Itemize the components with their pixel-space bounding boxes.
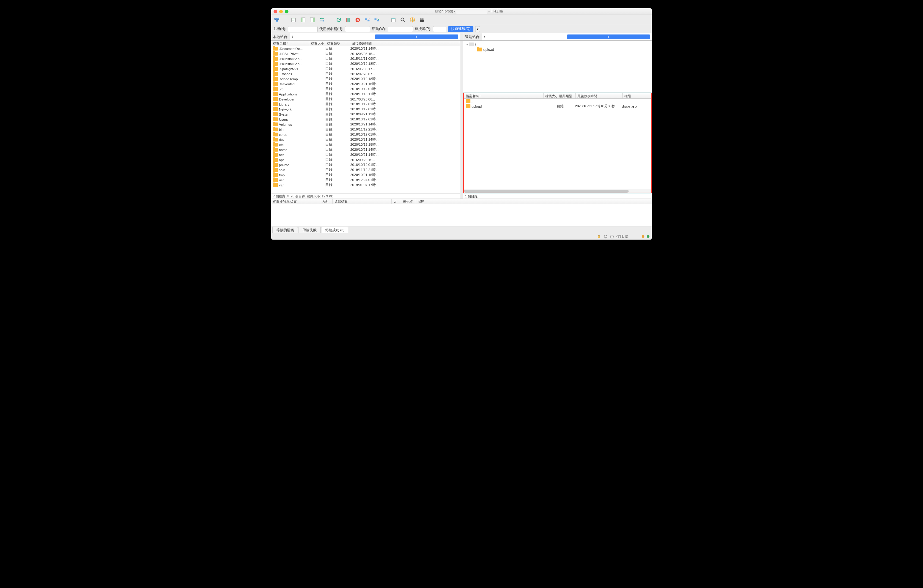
list-item[interactable]: Volumes目錄2020/10/21 14時...: [271, 122, 460, 127]
col-modified[interactable]: 最後修改時間: [350, 41, 460, 46]
list-item[interactable]: .DocumentRe...目錄2020/10/21 14時...: [271, 46, 460, 51]
list-item[interactable]: var目錄2019/01/07 17時...: [271, 182, 460, 187]
list-item[interactable]: Applications目錄2020/10/15 11時...: [271, 92, 460, 97]
svg-point-17: [422, 19, 424, 22]
list-item[interactable]: Users目錄2018/10/12 01時...: [271, 117, 460, 122]
drive-icon: [469, 43, 474, 46]
list-item[interactable]: .PKInstallSan...目錄2020/10/19 18時...: [271, 61, 460, 66]
disconnect-icon[interactable]: [363, 16, 371, 24]
filezilla-window: lunch(prod) - - FileZilla 主機(H): 使用者名稱(U…: [271, 8, 652, 240]
list-item[interactable]: Developer目錄2017/03/25 06...: [271, 97, 460, 102]
process-queue-icon[interactable]: [344, 16, 352, 24]
col-permissions[interactable]: 權限: [622, 94, 652, 99]
queue-header[interactable]: 伺服器/本地檔案 方向 遠端檔案 大小 優先權 狀態: [271, 199, 652, 204]
gear-icon[interactable]: [603, 235, 608, 239]
toggle-log-icon[interactable]: [290, 16, 297, 24]
list-item[interactable]: .fseventsd目錄2020/10/21 15時...: [271, 81, 460, 87]
col-remote-file[interactable]: 遠端檔案: [333, 199, 392, 204]
list-item[interactable]: dev目錄2020/10/21 14時...: [271, 137, 460, 142]
list-item[interactable]: opt目錄2016/09/26 15...: [271, 157, 460, 162]
svg-rect-0: [275, 18, 277, 19]
col-status[interactable]: 狀態: [416, 199, 652, 204]
col-direction[interactable]: 方向: [320, 199, 333, 204]
list-item[interactable]: bin目錄2019/11/12 21時...: [271, 127, 460, 132]
list-item[interactable]: .PKInstallSan...目錄2015/11/11 09時...: [271, 56, 460, 61]
folder-icon: [273, 173, 278, 177]
close-icon[interactable]: [274, 10, 277, 13]
list-item[interactable]: .HFS+ Privat...目錄2016/05/05 15...: [271, 51, 460, 56]
col-filesize[interactable]: 檔案大小: [309, 41, 325, 46]
col-filetype[interactable]: 檔案類型: [557, 94, 576, 99]
cancel-icon[interactable]: [354, 16, 361, 24]
remote-status: 1 個目錄: [463, 193, 652, 199]
col-filetype[interactable]: 檔案類型: [325, 41, 350, 46]
minimize-icon[interactable]: [279, 10, 283, 13]
svg-point-16: [420, 19, 422, 22]
local-path-combo[interactable]: /: [290, 34, 460, 39]
list-item[interactable]: .adobeTemp目錄2020/10/19 18時...: [271, 76, 460, 81]
col-size[interactable]: 大小: [392, 199, 401, 204]
folder-icon: [273, 138, 278, 141]
refresh-icon[interactable]: [335, 16, 343, 24]
quickconnect-button[interactable]: 快速連線(Q): [448, 26, 473, 32]
password-input[interactable]: [388, 26, 413, 32]
quickconnect-history-dropdown[interactable]: ▾: [475, 26, 480, 32]
list-item[interactable]: private目錄2018/10/12 01時...: [271, 162, 460, 168]
folder-icon: [273, 77, 278, 81]
col-filename[interactable]: 檔案名稱: [271, 41, 309, 46]
remote-file-list[interactable]: ..upload目錄2020/10/21 17時10分00秒drwxr-xr-x: [464, 99, 652, 189]
list-item[interactable]: .vol目錄2018/10/12 01時...: [271, 87, 460, 92]
list-item[interactable]: ..: [464, 99, 652, 104]
folder-icon: [273, 158, 278, 162]
list-item[interactable]: cores目錄2018/10/12 01時...: [271, 132, 460, 137]
list-item[interactable]: sbin目錄2019/11/12 21時...: [271, 168, 460, 172]
zoom-icon[interactable]: [285, 10, 288, 13]
toggle-remote-tree-icon[interactable]: [309, 16, 316, 24]
titlebar[interactable]: lunch(prod) - - FileZilla: [271, 8, 652, 15]
tab-failed[interactable]: 傳輸失敗: [299, 227, 320, 233]
queue-body[interactable]: [271, 204, 652, 227]
col-filesize[interactable]: 檔案大小: [544, 94, 557, 99]
tab-success[interactable]: 傳輸成功 (3): [321, 227, 348, 233]
tab-waiting[interactable]: 等候的檔案: [273, 227, 298, 233]
reconnect-icon[interactable]: [373, 16, 381, 24]
tree-node-upload[interactable]: upload: [466, 47, 650, 52]
chevron-down-icon[interactable]: [567, 34, 650, 39]
toggle-queue-icon[interactable]: [318, 16, 326, 24]
col-priority[interactable]: 優先權: [401, 199, 416, 204]
port-input[interactable]: [433, 26, 446, 32]
list-item[interactable]: etc目錄2020/10/19 18時...: [271, 142, 460, 147]
site-manager-icon[interactable]: [273, 16, 281, 24]
folder-icon: [273, 102, 278, 106]
list-item[interactable]: .Spotlight-V1...目錄2016/05/05 17...: [271, 66, 460, 71]
svg-point-21: [605, 236, 606, 237]
local-list-header[interactable]: 檔案名稱 檔案大小 檔案類型 最後修改時間: [271, 41, 460, 46]
list-item[interactable]: Network目錄2018/10/12 01時...: [271, 107, 460, 112]
list-item[interactable]: System目錄2018/09/21 12時...: [271, 112, 460, 117]
list-item[interactable]: .Trashes目錄2016/07/28 07...: [271, 71, 460, 76]
col-server-local[interactable]: 伺服器/本地檔案: [271, 199, 320, 204]
tree-node-root[interactable]: ▼/: [466, 42, 650, 47]
host-input[interactable]: [288, 26, 318, 32]
chevron-down-icon[interactable]: [375, 34, 458, 39]
col-modified[interactable]: 最後修改時間: [576, 94, 622, 99]
remote-list-header[interactable]: 檔案名稱 檔案大小 檔案類型 最後修改時間 權限: [464, 94, 652, 99]
list-item[interactable]: usr目錄2019/12/24 01時...: [271, 177, 460, 182]
toggle-local-tree-icon[interactable]: [299, 16, 307, 24]
list-item[interactable]: tmp目錄2020/10/21 15時...: [271, 172, 460, 177]
list-item[interactable]: upload目錄2020/10/21 17時10分00秒drwxr-xr-x: [464, 104, 652, 109]
window-title: lunch(prod) - - FileZilla: [288, 9, 649, 13]
search-icon[interactable]: [399, 16, 407, 24]
compare-icon[interactable]: [409, 16, 416, 24]
list-item[interactable]: Library目錄2018/10/12 01時...: [271, 102, 460, 107]
username-input[interactable]: [345, 26, 370, 32]
remote-hscrollbar[interactable]: [464, 189, 652, 193]
col-filename[interactable]: 檔案名稱: [464, 94, 544, 99]
filter-icon[interactable]: [389, 16, 397, 24]
list-item[interactable]: home目錄2020/10/21 14時...: [271, 147, 460, 152]
local-file-list[interactable]: .DocumentRe...目錄2020/10/21 14時....HFS+ P…: [271, 46, 460, 193]
binoculars-icon[interactable]: [418, 16, 426, 24]
remote-tree[interactable]: ▼/ upload: [463, 41, 652, 93]
list-item[interactable]: net目錄2020/10/21 14時...: [271, 152, 460, 157]
remote-path-combo[interactable]: /: [482, 34, 652, 39]
